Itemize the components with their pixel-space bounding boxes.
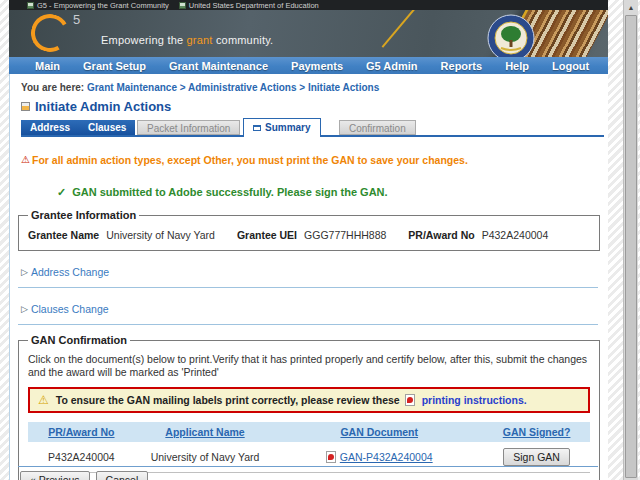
form-icon [21, 102, 30, 111]
nav-item-main[interactable]: Main [35, 60, 60, 72]
active-tab-icon [253, 125, 261, 131]
vertical-scrollbar[interactable]: ▲ [623, 0, 638, 480]
tab-summary[interactable]: Summary [243, 118, 321, 137]
cell-pr-award: P432A240004 [28, 442, 135, 473]
g5-logo-icon [27, 10, 74, 56]
page-icon [27, 2, 34, 9]
department-of-education-seal [487, 14, 535, 57]
pdf-icon [405, 394, 415, 406]
nav-item-help[interactable]: Help [505, 60, 529, 72]
clauses-change-label: Clauses Change [31, 303, 109, 315]
warning-message: ⚠ For all admin action types, except Oth… [21, 154, 608, 166]
header-banner: 5 Empowering the grant community. [9, 10, 608, 57]
cancel-button[interactable]: Cancel [96, 471, 149, 480]
previous-button[interactable]: « Previous [20, 471, 90, 480]
header-gan-signed[interactable]: GAN Signed? [483, 422, 590, 442]
grantee-information-legend: Grantee Information [28, 209, 139, 221]
caution-icon: ⚠ [38, 393, 49, 407]
expand-triangle-icon: ▷ [21, 267, 28, 277]
warning-icon: ⚠ [21, 154, 30, 165]
tab-address[interactable]: Address [21, 120, 79, 135]
printing-instructions-link[interactable]: printing instructions. [422, 394, 527, 406]
address-change-label: Address Change [31, 266, 109, 278]
header-pr-award-no[interactable]: PR/Award No [28, 422, 135, 442]
checkmark-icon: ✓ [57, 186, 66, 198]
gan-confirmation-fieldset: GAN Confirmation Click on the document(s… [18, 334, 600, 480]
page-content: You are here: Grant Maintenance > Admini… [9, 74, 608, 480]
breadcrumb-path[interactable]: Grant Maintenance > Administrative Actio… [87, 82, 379, 93]
window-title-secondary: United States Department of Education [189, 1, 319, 10]
section-divider [18, 324, 598, 325]
warning-text: For all admin action types, except Other… [32, 154, 468, 166]
breadcrumb-prefix: You are here: [21, 82, 84, 93]
printing-notice: ⚠ To ensure the GAN mailing labels print… [28, 387, 590, 413]
cell-gan-signed: Sign GAN [483, 442, 590, 473]
gan-instructions: Click on the document(s) below to print.… [28, 350, 590, 379]
main-navigation: Main Grant Setup Grant Maintenance Payme… [9, 57, 608, 74]
footer-divider [18, 466, 598, 467]
clauses-change-toggle[interactable]: ▷ Clauses Change [21, 288, 608, 315]
tagline: Empowering the grant community. [101, 34, 273, 46]
titlebar-item-g5: G5 - Empowering the Grant Community [27, 1, 169, 10]
grantee-uei-value: GGG777HHH888 [304, 229, 386, 241]
printing-notice-text: To ensure the GAN mailing labels print c… [56, 394, 400, 406]
breadcrumb: You are here: Grant Maintenance > Admini… [10, 74, 608, 93]
grantee-uei-label: Grantee UEI [237, 229, 297, 241]
success-text: GAN submitted to Adobe successfully. Ple… [72, 186, 387, 198]
cell-gan-document: N/A [275, 473, 483, 480]
header-gan-document[interactable]: GAN Document [275, 422, 483, 442]
cell-gan-signed [483, 473, 590, 480]
nav-item-logout[interactable]: Logout [552, 60, 589, 72]
pr-award-label: PR/Award No [408, 229, 474, 241]
tab-packet-information: Packet Information [137, 120, 240, 135]
grantee-name-label: Grantee Name [28, 229, 99, 241]
cell-applicant: University of Navy Yard [135, 442, 276, 473]
nav-item-g5-admin[interactable]: G5 Admin [366, 60, 418, 72]
nav-item-payments[interactable]: Payments [291, 60, 343, 72]
tagline-pre: Empowering the [101, 34, 187, 46]
scroll-up-arrow-icon[interactable]: ▲ [624, 0, 638, 14]
titlebar-item-doe: United States Department of Education [179, 1, 319, 10]
tab-clauses[interactable]: Clauses [79, 120, 135, 135]
pr-award-value: P432A240004 [482, 229, 549, 241]
pdf-icon [326, 451, 336, 463]
table-row: P432A240004 University of Navy Yard GAN-… [28, 442, 590, 473]
nav-item-reports[interactable]: Reports [441, 60, 483, 72]
tab-confirmation: Confirmation [339, 120, 416, 135]
page-title-row: Initiate Admin Actions [21, 99, 608, 114]
tab-bar: Address Clauses Packet Information Summa… [21, 118, 608, 137]
cell-applicant: Merged GAN not available [135, 473, 276, 480]
grantee-name-value: University of Navy Yard [106, 229, 215, 241]
g5-logo-number: 5 [73, 12, 80, 27]
grantee-information-fieldset: Grantee Information Grantee Name Univers… [18, 209, 600, 251]
gan-table-header-row: PR/Award No Applicant Name GAN Document … [28, 422, 590, 442]
grantee-info-row: Grantee Name University of Navy Yard Gra… [28, 225, 590, 241]
window-titlebar: G5 - Empowering the Grant Community Unit… [9, 0, 608, 10]
nav-item-grant-maintenance[interactable]: Grant Maintenance [169, 60, 268, 72]
scrollbar-thumb[interactable] [625, 15, 637, 478]
gan-document-link[interactable]: GAN-P432A240004 [340, 451, 433, 463]
success-message: ✓GAN submitted to Adobe successfully. Pl… [57, 186, 608, 199]
cell-gan-document: GAN-P432A240004 [275, 442, 483, 473]
page-icon [179, 2, 186, 9]
tab-summary-label: Summary [265, 122, 311, 133]
expand-triangle-icon: ▷ [21, 304, 28, 314]
tagline-highlight: grant [187, 34, 213, 46]
header-applicant-name[interactable]: Applicant Name [135, 422, 276, 442]
gan-confirmation-legend: GAN Confirmation [28, 334, 130, 346]
sign-gan-button[interactable]: Sign GAN [503, 448, 570, 466]
tagline-post: community. [213, 34, 274, 46]
page-title: Initiate Admin Actions [35, 99, 171, 114]
window-title: G5 - Empowering the Grant Community [37, 1, 169, 10]
footer-buttons: « Previous Cancel [20, 471, 148, 480]
nav-item-grant-setup[interactable]: Grant Setup [83, 60, 146, 72]
address-change-toggle[interactable]: ▷ Address Change [21, 251, 608, 278]
